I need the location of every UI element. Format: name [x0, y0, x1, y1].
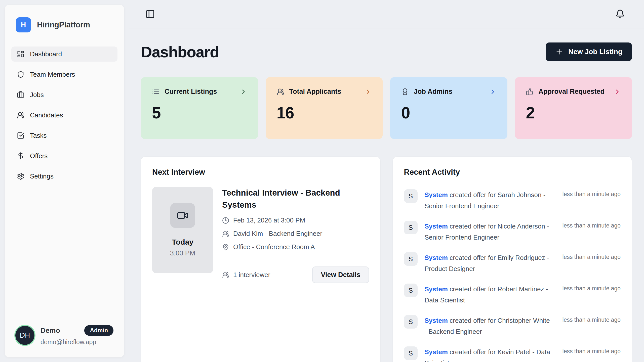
- stat-label: Total Applicants: [289, 88, 341, 96]
- activity-item[interactable]: S System created offer for Emily Rodrigu…: [404, 252, 621, 274]
- activity-timestamp: less than a minute ago: [562, 284, 621, 292]
- chevron-right-icon: [365, 88, 372, 95]
- activity-actor: System: [425, 254, 448, 261]
- interview-title: Technical Interview - Backend Systems: [222, 187, 363, 211]
- activity-item[interactable]: S System created offer for Robert Martin…: [404, 284, 621, 306]
- sidebar-nav: Dashboard Team Members Jobs Candidates T…: [5, 47, 124, 184]
- stat-value: 16: [277, 104, 372, 122]
- activity-item[interactable]: S System created offer for Christopher W…: [404, 315, 621, 337]
- panel-left-icon: [145, 9, 155, 19]
- video-icon-box: [170, 203, 195, 228]
- sidebar-item-tasks[interactable]: Tasks: [11, 128, 117, 143]
- interview-time: 3:00 PM: [170, 249, 195, 257]
- topbar: [129, 0, 644, 28]
- activity-timestamp: less than a minute ago: [562, 252, 621, 260]
- new-job-listing-label: New Job Listing: [568, 48, 622, 56]
- stat-cards: Current Listings 5 Total Applicants 16 J…: [141, 77, 632, 139]
- activity-item[interactable]: S System created offer for Kevin Patel -…: [404, 346, 621, 362]
- activity-timestamp: less than a minute ago: [562, 189, 621, 198]
- thumbs-up-icon: [526, 88, 534, 96]
- stat-card-total-applicants[interactable]: Total Applicants 16: [266, 77, 383, 139]
- clock-icon: [222, 217, 229, 224]
- avatar-initials: DH: [20, 331, 30, 339]
- shield-icon: [17, 71, 24, 78]
- interview-date-tile: Today 3:00 PM: [152, 187, 213, 273]
- user-icon: [222, 230, 229, 237]
- notifications-button[interactable]: [614, 8, 626, 20]
- chevron-right-icon: [240, 88, 247, 95]
- sidebar-item-label: Settings: [30, 172, 54, 180]
- list-icon: [152, 88, 159, 96]
- activity-avatar: S: [404, 346, 418, 360]
- app-logo-letter: H: [21, 21, 26, 29]
- activity-item[interactable]: S System created offer for Nicole Anders…: [404, 221, 621, 243]
- sidebar-item-label: Team Members: [30, 71, 75, 78]
- stat-label: Approval Requested: [539, 88, 605, 96]
- recent-activity-title: Recent Activity: [404, 168, 621, 177]
- view-details-button[interactable]: View Details: [312, 266, 369, 283]
- stat-card-job-admins[interactable]: Job Admins 0: [390, 77, 507, 139]
- user-meta: Demo Admin demo@hireflow.app: [41, 325, 113, 346]
- dashboard-icon: [17, 50, 24, 58]
- stat-value: 0: [401, 104, 496, 122]
- new-job-listing-button[interactable]: New Job Listing: [546, 42, 632, 61]
- app-logo: H: [16, 17, 31, 32]
- user-profile[interactable]: DH Demo Admin demo@hireflow.app: [5, 325, 124, 357]
- recent-activity-panel: Recent Activity S System created offer f…: [393, 156, 632, 362]
- users-icon: [222, 271, 229, 278]
- interview-datetime: Feb 13, 2026 at 3:00 PM: [233, 216, 305, 224]
- avatar: DH: [15, 326, 34, 345]
- activity-actor: System: [425, 348, 448, 356]
- activity-text: System created offer for Emily Rodriguez…: [425, 252, 552, 274]
- sidebar-item-candidates[interactable]: Candidates: [11, 108, 117, 123]
- page-title: Dashboard: [141, 43, 219, 61]
- activity-list: S System created offer for Sarah Johnson…: [404, 189, 621, 362]
- sidebar-item-label: Dashboard: [30, 50, 62, 58]
- activity-item[interactable]: S System created offer for Sarah Johnson…: [404, 189, 621, 211]
- plus-icon: [555, 48, 563, 56]
- award-icon: [401, 88, 409, 96]
- activity-text: System created offer for Nicole Anderson…: [425, 221, 552, 243]
- activity-timestamp: less than a minute ago: [562, 221, 621, 229]
- interviewer-count: 1 interviewer: [233, 271, 270, 279]
- user-email: demo@hireflow.app: [41, 338, 113, 346]
- activity-text: System created offer for Robert Martinez…: [425, 284, 552, 306]
- sidebar-item-offers[interactable]: Offers: [11, 148, 117, 163]
- user-name: Demo: [41, 327, 60, 335]
- sidebar-toggle-button[interactable]: [144, 8, 156, 20]
- sidebar-item-label: Tasks: [30, 132, 47, 140]
- interview-location: Office - Conference Room A: [233, 243, 315, 251]
- sidebar: H HiringPlatform Dashboard Team Members …: [5, 5, 124, 357]
- sidebar-item-dashboard[interactable]: Dashboard: [11, 47, 117, 62]
- briefcase-icon: [17, 91, 24, 99]
- tasks-icon: [17, 132, 24, 139]
- users-icon: [277, 88, 284, 96]
- users-icon: [17, 111, 24, 119]
- sidebar-item-team-members[interactable]: Team Members: [11, 67, 117, 82]
- chevron-right-icon: [614, 88, 621, 95]
- activity-text: System created offer for Christopher Whi…: [425, 315, 552, 337]
- video-camera-icon: [177, 210, 188, 221]
- activity-avatar: S: [404, 284, 418, 297]
- stat-card-approval-requested[interactable]: Approval Requested 2: [515, 77, 632, 139]
- next-interview-panel: Next Interview Today 3:00 PM Technical I…: [141, 156, 380, 362]
- interview-day: Today: [172, 238, 193, 246]
- bell-icon: [615, 9, 625, 19]
- activity-avatar: S: [404, 221, 418, 234]
- chevron-right-icon: [489, 88, 496, 95]
- gear-icon: [17, 172, 24, 180]
- sidebar-item-settings[interactable]: Settings: [11, 169, 117, 184]
- stat-label: Job Admins: [414, 88, 453, 96]
- sidebar-item-jobs[interactable]: Jobs: [11, 87, 117, 102]
- activity-actor: System: [425, 317, 448, 324]
- activity-actor: System: [425, 191, 448, 199]
- sidebar-item-label: Candidates: [30, 111, 63, 119]
- activity-avatar: S: [404, 315, 418, 329]
- stat-card-current-listings[interactable]: Current Listings 5: [141, 77, 258, 139]
- role-badge: Admin: [84, 325, 113, 336]
- app-name: HiringPlatform: [37, 20, 90, 29]
- sidebar-item-label: Offers: [30, 152, 48, 160]
- dollar-icon: [17, 152, 24, 160]
- activity-avatar: S: [404, 189, 418, 203]
- activity-actor: System: [425, 222, 448, 230]
